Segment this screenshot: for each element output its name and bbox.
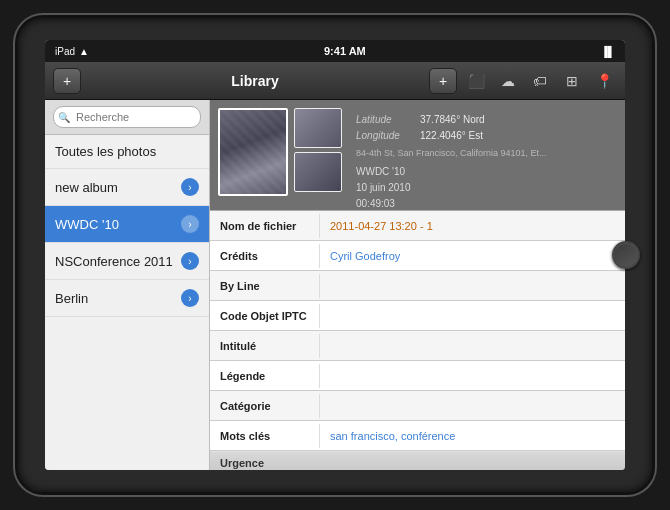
metadata-form: Nom de fichier 2011-04-27 13:20 - 1 Créd… — [210, 210, 625, 470]
date-block: WWDC '10 10 juin 2010 00:49:03 — [356, 164, 609, 212]
toolbar-right-icons: + ⬛ ☁ 🏷 ⊞ 📍 — [429, 68, 617, 94]
intitule-value[interactable] — [320, 340, 625, 352]
cloud-icon[interactable]: ☁ — [495, 68, 521, 94]
photo-image — [220, 110, 286, 194]
toolbar: + Library + ⬛ ☁ 🏷 ⊞ 📍 — [45, 62, 625, 100]
iptc-value[interactable] — [320, 310, 625, 322]
sidebar-item-label: WWDC '10 — [55, 217, 119, 232]
ipad-screen: iPad ▲ 9:41 AM ▐▌ + Library + ⬛ ☁ 🏷 ⊞ 📍 — [45, 40, 625, 470]
motscles-value[interactable]: san francisco, conférence — [320, 424, 625, 448]
grid-icon[interactable]: ⊞ — [559, 68, 585, 94]
metadata-row-byline: By Line — [210, 271, 625, 301]
latitude-row: Latitude 37.7846° Nord — [356, 112, 609, 128]
sidebar-item-label: new album — [55, 180, 118, 195]
detail-panel: Latitude 37.7846° Nord Longitude 122.404… — [210, 100, 625, 470]
byline-label: By Line — [210, 274, 320, 298]
toolbar-title: Library — [87, 73, 423, 89]
sidebar-item-wwdc[interactable]: WWDC '10 › — [45, 206, 209, 243]
sidebar-item-label: Berlin — [55, 291, 88, 306]
longitude-label: Longitude — [356, 128, 416, 144]
latitude-label: Latitude — [356, 112, 416, 128]
intitule-label: Intitulé — [210, 334, 320, 358]
photo-strip — [294, 108, 342, 192]
metadata-row-intitule: Intitulé — [210, 331, 625, 361]
metadata-row-legende: Légende — [210, 361, 625, 391]
add-right-button[interactable]: + — [429, 68, 457, 94]
byline-value[interactable] — [320, 280, 625, 292]
main-photo[interactable] — [218, 108, 288, 196]
album-name: WWDC '10 — [356, 164, 609, 180]
filename-label: Nom de fichier — [210, 214, 320, 238]
photo-thumb-1[interactable] — [294, 108, 342, 148]
filename-value[interactable]: 2011-04-27 13:20 - 1 — [320, 214, 625, 238]
metadata-row-iptc: Code Objet IPTC — [210, 301, 625, 331]
ipad-label: iPad — [55, 46, 75, 57]
metadata-row-filename: Nom de fichier 2011-04-27 13:20 - 1 — [210, 211, 625, 241]
ipad-frame: iPad ▲ 9:41 AM ▐▌ + Library + ⬛ ☁ 🏷 ⊞ 📍 — [15, 15, 655, 495]
search-input[interactable] — [53, 106, 201, 128]
sidebar-item-nsconf[interactable]: NSConference 2011 › — [45, 243, 209, 280]
longitude-value: 122.4046° Est — [420, 128, 483, 144]
chevron-icon: › — [181, 178, 199, 196]
photo-thumb-2[interactable] — [294, 152, 342, 192]
latitude-value: 37.7846° Nord — [420, 112, 485, 128]
add-button[interactable]: + — [53, 68, 81, 94]
legende-label: Légende — [210, 364, 320, 388]
credits-value[interactable]: Cyril Godefroy — [320, 244, 625, 268]
credits-label: Crédits — [210, 244, 320, 268]
sidebar-item-toutes[interactable]: Toutes les photos — [45, 135, 209, 169]
home-button[interactable] — [612, 241, 640, 269]
status-time: 9:41 AM — [324, 45, 366, 57]
categorie-value[interactable] — [320, 400, 625, 412]
search-wrapper — [53, 106, 201, 128]
categorie-label: Catégorie — [210, 394, 320, 418]
chevron-icon: › — [181, 252, 199, 270]
photo-date: 10 juin 2010 — [356, 180, 609, 196]
sidebar-item-label: Toutes les photos — [55, 144, 156, 159]
metadata-row-categorie: Catégorie — [210, 391, 625, 421]
main-content: Toutes les photos new album › WWDC '10 ›… — [45, 100, 625, 470]
status-left: iPad ▲ — [55, 46, 89, 57]
motscles-label: Mots clés — [210, 424, 320, 448]
sidebar-item-label: NSConference 2011 — [55, 254, 173, 269]
photo-area: Latitude 37.7846° Nord Longitude 122.404… — [210, 100, 625, 210]
metadata-row-credits: Crédits Cyril Godefroy — [210, 241, 625, 271]
battery-indicator: ▐▌ — [601, 46, 615, 57]
chevron-icon: › — [181, 215, 199, 233]
sidebar: Toutes les photos new album › WWDC '10 ›… — [45, 100, 210, 470]
photo-info: Latitude 37.7846° Nord Longitude 122.404… — [348, 108, 617, 216]
search-bar — [45, 100, 209, 135]
sidebar-item-berlin[interactable]: Berlin › — [45, 280, 209, 317]
wifi-icon: ▲ — [79, 46, 89, 57]
tag-icon[interactable]: 🏷 — [527, 68, 553, 94]
photos-icon[interactable]: ⬛ — [463, 68, 489, 94]
chevron-icon: › — [181, 289, 199, 307]
iptc-label: Code Objet IPTC — [210, 304, 320, 328]
status-bar: iPad ▲ 9:41 AM ▐▌ — [45, 40, 625, 62]
location-icon[interactable]: 📍 — [591, 68, 617, 94]
legende-value[interactable] — [320, 370, 625, 382]
sidebar-item-new-album[interactable]: new album › — [45, 169, 209, 206]
metadata-row-motscles: Mots clés san francisco, conférence — [210, 421, 625, 451]
longitude-row: Longitude 122.4046° Est — [356, 128, 609, 144]
address-text: 84-4th St, San Francisco, California 941… — [356, 146, 609, 160]
urgence-section-header: Urgence — [210, 451, 625, 470]
